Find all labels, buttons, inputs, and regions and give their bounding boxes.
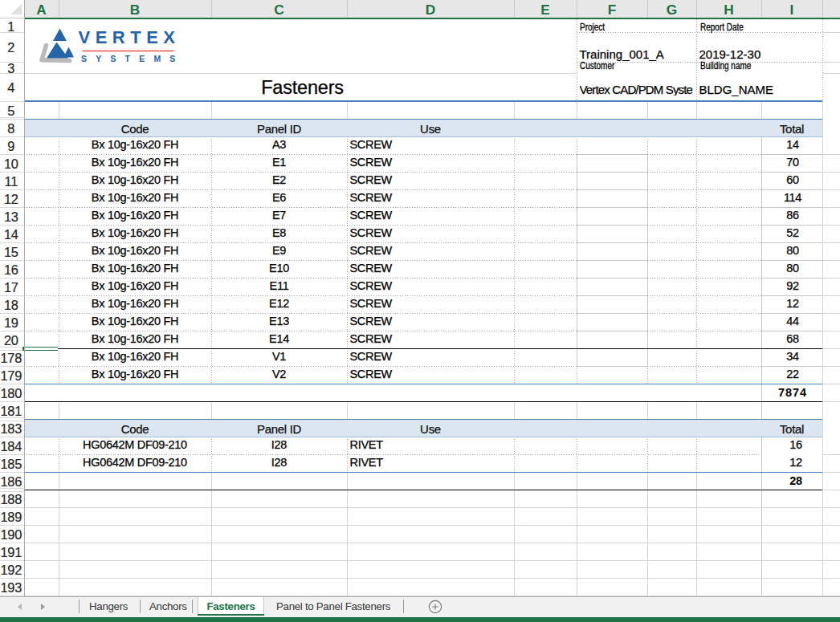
svg-text:SYSTEMS: SYSTEMS xyxy=(81,54,181,63)
svg-text:VERTEX: VERTEX xyxy=(79,27,181,47)
